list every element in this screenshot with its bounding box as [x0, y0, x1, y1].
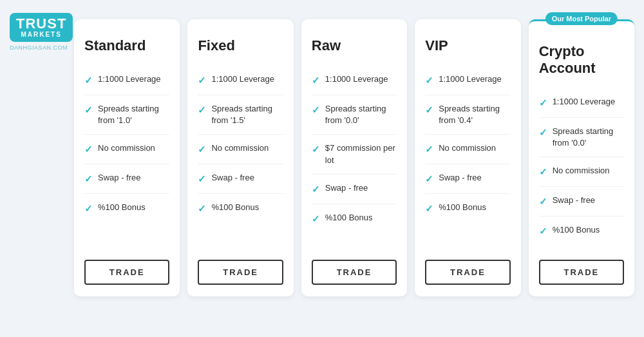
check-icon: ✓ [539, 126, 547, 139]
list-item: ✓%100 Bonus [312, 204, 397, 233]
list-item: ✓No commission [539, 157, 624, 187]
card-crypto: Our Most PopularCryptoAccount✓1:1000 Lev… [529, 19, 634, 296]
feature-text: Spreads starting from '0.0' [553, 126, 624, 149]
card-raw: Raw✓1:1000 Leverage✓Spreads starting fro… [301, 19, 407, 296]
list-item: ✓%100 Bonus [84, 194, 169, 223]
list-item: ✓Spreads starting from '1.5' [198, 95, 283, 135]
feature-list-standard: ✓1:1000 Leverage✓Spreads starting from '… [84, 66, 169, 251]
trade-button-standard[interactable]: TRADE [84, 260, 169, 285]
check-icon: ✓ [539, 224, 547, 238]
check-icon: ✓ [539, 96, 547, 110]
feature-text: No commission [439, 142, 496, 154]
check-icon: ✓ [425, 142, 433, 156]
check-icon: ✓ [198, 202, 206, 215]
card-vip: VIP✓1:1000 Leverage✓Spreads starting fro… [415, 19, 520, 296]
logo-markets: MARKETS [16, 31, 66, 38]
feature-list-raw: ✓1:1000 Leverage✓Spreads starting from '… [312, 66, 397, 251]
check-icon: ✓ [312, 182, 320, 196]
list-item: ✓%100 Bonus [198, 194, 283, 223]
feature-text: No commission [211, 142, 269, 154]
feature-text: Swap - free [211, 172, 254, 184]
list-item: ✓No commission [84, 135, 169, 164]
feature-text: %100 Bonus [211, 202, 259, 213]
list-item: ✓Swap - free [84, 164, 169, 194]
list-item: ✓Swap - free [539, 187, 624, 217]
feature-text: Swap - free [98, 172, 140, 184]
card-title-fixed: Fixed [198, 37, 283, 54]
check-icon: ✓ [84, 202, 93, 215]
feature-list-vip: ✓1:1000 Leverage✓Spreads starting from '… [425, 66, 510, 251]
check-icon: ✓ [312, 142, 320, 156]
trade-button-raw[interactable]: TRADE [312, 260, 397, 285]
check-icon: ✓ [198, 142, 206, 156]
trade-button-vip[interactable]: TRADE [425, 260, 510, 285]
list-item: ✓1:1000 Leverage [84, 66, 169, 95]
list-item: ✓No commission [425, 135, 510, 164]
check-icon: ✓ [312, 103, 320, 117]
list-item: ✓Swap - free [198, 164, 283, 194]
feature-text: No commission [553, 165, 610, 177]
list-item: ✓Spreads starting from '0.0' [312, 95, 397, 135]
card-standard: Standard✓1:1000 Leverage✓Spreads startin… [74, 19, 180, 296]
check-icon: ✓ [425, 103, 433, 117]
logo-trust: TRUST [16, 17, 66, 31]
feature-text: 1:1000 Leverage [553, 96, 616, 108]
feature-text: %100 Bonus [439, 202, 486, 213]
feature-text: Swap - free [553, 195, 595, 206]
check-icon: ✓ [425, 202, 433, 215]
feature-text: Spreads starting from '1.0' [98, 103, 169, 126]
feature-text: Swap - free [325, 182, 368, 194]
check-icon: ✓ [539, 195, 547, 208]
check-icon: ✓ [198, 73, 206, 87]
list-item: ✓1:1000 Leverage [539, 88, 624, 118]
feature-text: 1:1000 Leverage [439, 73, 502, 85]
card-title-raw: Raw [312, 37, 397, 54]
trade-button-crypto[interactable]: TRADE [539, 260, 624, 285]
card-title-vip: VIP [425, 37, 510, 54]
feature-text: No commission [98, 142, 155, 154]
card-fixed: Fixed✓1:1000 Leverage✓Spreads starting f… [187, 19, 293, 296]
check-icon: ✓ [84, 103, 93, 117]
card-title-crypto: CryptoAccount [539, 43, 624, 77]
feature-text: %100 Bonus [98, 202, 146, 213]
check-icon: ✓ [84, 172, 93, 186]
feature-text: %100 Bonus [325, 212, 373, 224]
feature-text: 1:1000 Leverage [211, 73, 274, 85]
check-icon: ✓ [425, 172, 433, 186]
check-icon: ✓ [198, 172, 206, 186]
list-item: ✓%100 Bonus [539, 217, 624, 246]
logo-watermark: DANHGIASAN.COM [10, 44, 87, 51]
feature-list-fixed: ✓1:1000 Leverage✓Spreads starting from '… [198, 66, 283, 251]
feature-text: Spreads starting from '0.4' [439, 103, 510, 126]
feature-text: %100 Bonus [553, 224, 600, 236]
list-item: ✓Spreads starting from '0.0' [539, 118, 624, 157]
check-icon: ✓ [312, 73, 320, 87]
card-title-standard: Standard [84, 37, 169, 54]
list-item: ✓Swap - free [425, 164, 510, 194]
list-item: ✓$7 commission per lot [312, 135, 397, 174]
list-item: ✓No commission [198, 135, 283, 164]
feature-text: Swap - free [439, 172, 481, 184]
list-item: ✓1:1000 Leverage [198, 66, 283, 95]
list-item: ✓Swap - free [312, 175, 397, 204]
check-icon: ✓ [84, 142, 93, 156]
logo-area: TRUST MARKETS DANHGIASAN.COM [10, 13, 87, 51]
list-item: ✓Spreads starting from '1.0' [84, 95, 169, 135]
check-icon: ✓ [84, 73, 93, 87]
logo-box: TRUST MARKETS [10, 13, 73, 42]
list-item: ✓1:1000 Leverage [312, 66, 397, 95]
trade-button-fixed[interactable]: TRADE [198, 260, 283, 285]
popular-badge: Our Most Popular [545, 12, 618, 25]
check-icon: ✓ [198, 103, 206, 117]
cards-wrapper: Standard✓1:1000 Leverage✓Spreads startin… [10, 13, 634, 324]
feature-text: $7 commission per lot [325, 142, 397, 166]
page-container: TRUST MARKETS DANHGIASAN.COM Standard✓1:… [0, 0, 644, 337]
list-item: ✓1:1000 Leverage [425, 66, 510, 95]
feature-text: Spreads starting from '1.5' [211, 103, 283, 126]
check-icon: ✓ [312, 212, 320, 226]
list-item: ✓%100 Bonus [425, 194, 510, 223]
feature-list-crypto: ✓1:1000 Leverage✓Spreads starting from '… [539, 88, 624, 251]
list-item: ✓Spreads starting from '0.4' [425, 95, 510, 135]
feature-text: 1:1000 Leverage [325, 73, 388, 85]
check-icon: ✓ [425, 73, 433, 87]
